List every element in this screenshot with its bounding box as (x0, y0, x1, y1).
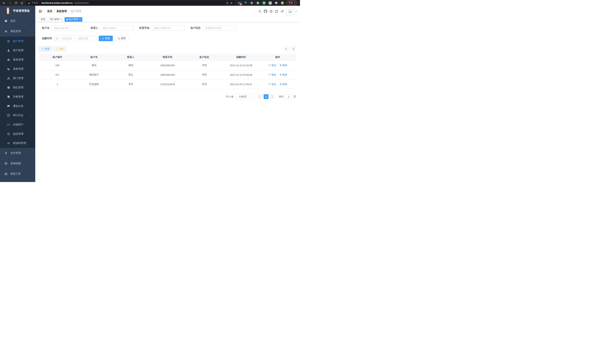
edit-link[interactable]: 修改 (268, 73, 276, 76)
delete-link[interactable]: 删除 (279, 73, 287, 76)
edit-link[interactable]: 修改 (268, 83, 276, 86)
sidebar-item-系统管理[interactable]: 系统管理 (0, 26, 35, 37)
kebab-menu-icon[interactable] (294, 2, 295, 4)
column-header-创建时间: 创建时间 (223, 54, 259, 61)
breadcrumb-item-系统管理[interactable]: 系统管理 (56, 10, 67, 13)
sidebar-item-租户管理[interactable]: 租户管理 (0, 37, 35, 46)
ext-emoji-icon[interactable] (281, 1, 284, 5)
navbar-right (257, 8, 297, 15)
start-date-input[interactable] (60, 37, 74, 40)
sidebar-item-label: 短信管理 (13, 132, 23, 136)
search-button-label: 搜索 (105, 37, 110, 40)
sidebar-item-支付管理[interactable]: 支付管理 (0, 148, 35, 158)
ext-puzzle-icon[interactable] (275, 1, 278, 5)
dashboard-icon (4, 19, 7, 22)
ext-recorder-icon[interactable] (256, 1, 260, 5)
goto-suffix: 页 (294, 95, 296, 98)
delete-link[interactable]: 删除 (279, 83, 287, 86)
sidebar-item-研发工具[interactable]: 研发工具 (0, 169, 35, 179)
refresh-table-button[interactable] (291, 46, 296, 52)
sidebar-item-label: 菜单管理 (13, 67, 23, 71)
chevron-left-icon (259, 96, 261, 98)
calendar-icon (56, 37, 59, 40)
logo-row[interactable]: 芋道管理系统 (0, 6, 35, 16)
sidebar-item-审计日志[interactable]: 审计日志 (0, 111, 35, 120)
export-button[interactable]: 导出 (54, 46, 66, 51)
tab-首页[interactable]: 首页 (39, 17, 47, 22)
sidebar-item-label: 研发工具 (10, 172, 21, 176)
cell-actions: 修改删除 (259, 61, 296, 70)
search-button[interactable]: 搜索 (99, 36, 113, 41)
hamburger-icon[interactable] (38, 9, 42, 13)
tenant-table-wrap: 租户编号租户名联系人联系手机租户状态创建时间操作 108测试测试15601691… (39, 54, 296, 89)
sidebar-item-首页[interactable]: 首页 (0, 16, 35, 26)
end-date-input[interactable] (76, 37, 90, 40)
next-page-button[interactable] (270, 94, 275, 99)
font-size-icon[interactable] (279, 9, 285, 14)
sidebar-item-字典管理[interactable]: 字典管理 (0, 92, 35, 102)
sidebar-item-部门管理[interactable]: 部门管理 (0, 74, 35, 83)
sidebar-item-在线用户[interactable]: 在线用户 (0, 120, 35, 129)
share-icon[interactable] (226, 2, 229, 4)
ext-balloon-icon[interactable] (244, 1, 247, 5)
sidebar-item-label: 岗位管理 (13, 86, 23, 89)
back-icon[interactable] (3, 1, 6, 4)
security-label[interactable]: 不安全 (32, 1, 38, 4)
tenant-name-input[interactable] (52, 25, 85, 31)
cell-name: 芋道源码 (76, 80, 112, 89)
avatar[interactable] (286, 8, 294, 15)
home-icon[interactable] (20, 1, 23, 4)
tab-close-icon[interactable]: × (79, 18, 81, 21)
tab-close-icon[interactable]: × (60, 18, 62, 21)
sidebar-item-角色管理[interactable]: 角色管理 (0, 55, 35, 64)
add-button[interactable]: 新增 (39, 46, 52, 51)
date-range-picker[interactable]: - (54, 36, 96, 41)
browser-update-button[interactable]: 更新 (287, 1, 297, 5)
sidebar-item-错误码管理[interactable]: 错误码管理 (0, 139, 35, 148)
address-bar[interactable]: 不安全 dashboard.yudao.iocoder.cn /system/t… (26, 1, 235, 5)
breadcrumb-item-租户管理: 租户管理 (71, 10, 81, 13)
sidebar-item-label: 在线用户 (13, 123, 23, 126)
page-number-button[interactable]: 1 (264, 94, 268, 99)
ext-command-icon[interactable]: ⌘ (250, 1, 253, 5)
breadcrumb-item-首页[interactable]: 首页 (47, 10, 52, 13)
github-icon[interactable] (263, 9, 268, 14)
export-button-label: 导出 (59, 47, 64, 50)
tenant-status-select[interactable]: 请选择租户状态 (203, 25, 236, 31)
mobile-input[interactable] (151, 25, 185, 31)
fullscreen-icon[interactable] (274, 9, 279, 14)
sidebar-item-用户管理[interactable]: 用户管理 (0, 46, 35, 55)
sidebar-item-短信管理[interactable]: 短信管理 (0, 129, 35, 139)
goto-page-input[interactable] (285, 94, 292, 99)
sidebar-item-通知公告[interactable]: 通知公告 (0, 102, 35, 111)
sidebar-item-基础设施[interactable]: 基础设施 (0, 158, 35, 169)
toggle-search-button[interactable] (283, 46, 289, 52)
tab-租户管理[interactable]: 租户管理× (65, 17, 82, 22)
ext-bookmark-badge-icon[interactable]: 10 (238, 1, 241, 5)
sms-icon (7, 132, 10, 135)
bookmark-star-icon[interactable] (230, 2, 233, 4)
reload-icon[interactable] (14, 1, 18, 4)
chevron-right-icon (272, 96, 273, 98)
contact-input[interactable] (100, 25, 133, 31)
delete-link[interactable]: 删除 (279, 64, 287, 67)
search-icon[interactable] (257, 9, 263, 14)
reset-button[interactable]: 重置 (115, 36, 129, 41)
ext-chat-icon[interactable] (268, 1, 272, 5)
help-icon[interactable] (268, 9, 274, 14)
breadcrumb: 首页/系统管理/租户管理 (47, 10, 81, 13)
column-header-租户状态: 租户状态 (186, 54, 223, 61)
sidebar-item-岗位管理[interactable]: 岗位管理 (0, 83, 35, 92)
table-row: 1芋道源码芋艿17321315478开启2021-01-05 17:03:47修… (39, 80, 296, 89)
tab-部门管理[interactable]: 部门管理× (48, 17, 64, 22)
sidebar-item-菜单管理[interactable]: 菜单管理 (0, 64, 35, 74)
online-icon (7, 123, 10, 126)
page-size-select[interactable]: 10条/页 (236, 94, 254, 99)
caret-down-icon[interactable] (295, 10, 297, 12)
main-content: 租户名 联系人 联系手机 租户状态 请选择租户状态 创建时间 - 搜索 (35, 22, 300, 182)
edit-link[interactable]: 修改 (268, 64, 276, 67)
page-size-value: 10条/页 (239, 95, 247, 98)
forward-icon[interactable] (9, 1, 11, 4)
prev-page-button[interactable] (257, 94, 262, 99)
ext-yuque-icon[interactable]: Y (262, 1, 266, 5)
